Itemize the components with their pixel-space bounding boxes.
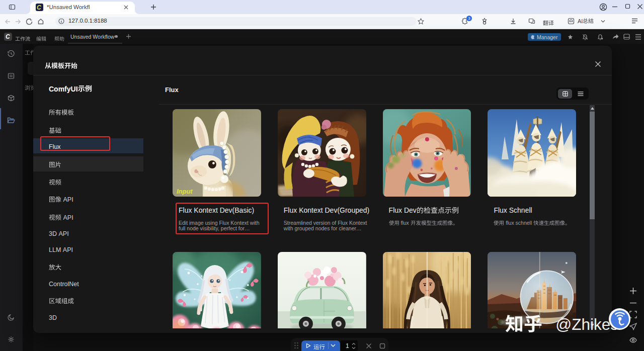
svg-text:Input: Input — [177, 188, 193, 195]
